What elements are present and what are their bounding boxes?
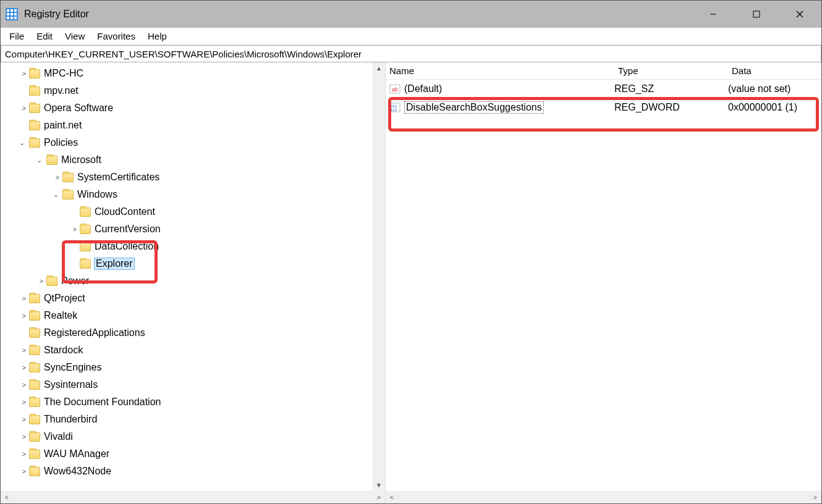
tree-node-realtek[interactable]: >Realtek: [1, 307, 385, 324]
folder-icon: [80, 225, 91, 234]
folder-icon: [29, 294, 40, 303]
list-horizontal-scrollbar[interactable]: < >: [386, 491, 821, 503]
column-header-name[interactable]: Name: [389, 65, 618, 76]
folder-icon: [80, 242, 91, 251]
scroll-right-icon: >: [373, 494, 385, 501]
folder-icon: [62, 173, 74, 182]
folder-icon: [29, 380, 40, 390]
svg-rect-8: [11, 17, 13, 19]
tree-node-wau[interactable]: >WAU MAnager: [1, 445, 385, 463]
tree-node-vivaldi[interactable]: >Vivaldi: [1, 428, 385, 445]
folder-icon: [29, 363, 40, 372]
svg-rect-11: [753, 11, 760, 17]
value-name: DisableSearchBoxSuggestions: [404, 101, 544, 114]
tree-node-systemcertificates[interactable]: >SystemCertificates: [1, 169, 385, 186]
value-type: REG_DWORD: [614, 102, 728, 113]
svg-rect-1: [7, 9, 9, 12]
reg-string-icon: ab: [389, 83, 400, 94]
close-button[interactable]: [778, 1, 821, 28]
tree-node-registeredapplications[interactable]: RegisteredApplications: [1, 324, 385, 342]
minimize-button[interactable]: [692, 1, 735, 28]
tree-node-policies[interactable]: ⌄Policies: [1, 134, 385, 151]
folder-icon: [29, 432, 40, 442]
folder-icon: [46, 277, 57, 286]
registry-tree[interactable]: ▲ ▼ >MPC-HC mpv.net >Opera Software pain…: [1, 62, 385, 491]
folder-icon: [29, 86, 40, 96]
menubar: File Edit View Favorites Help: [1, 28, 821, 45]
svg-rect-9: [14, 17, 17, 19]
value-name: (Default): [404, 83, 442, 94]
column-header-data[interactable]: Data: [732, 65, 821, 76]
tree-node-windows[interactable]: ⌄Windows: [1, 186, 385, 203]
tree-node-qtproject[interactable]: >QtProject: [1, 290, 385, 307]
menu-file[interactable]: File: [3, 30, 30, 43]
value-row-disablesearchboxsuggestions[interactable]: 011110 DisableSearchBoxSuggestions REG_D…: [389, 98, 821, 117]
tree-horizontal-scrollbar[interactable]: < >: [1, 491, 385, 503]
svg-rect-2: [11, 9, 13, 12]
folder-icon: [29, 450, 40, 459]
window-title: Registry Editor: [24, 9, 692, 20]
reg-dword-icon: 011110: [389, 102, 400, 113]
tree-node-power[interactable]: >Power: [1, 272, 385, 290]
tree-node-mpc-hc[interactable]: >MPC-HC: [1, 65, 385, 82]
folder-icon: [29, 121, 40, 130]
tree-node-currentversion[interactable]: >CurrentVersion: [1, 220, 385, 238]
values-list-header: Name Type Data: [386, 62, 821, 80]
folder-icon: [29, 467, 40, 476]
tree-node-syncengines[interactable]: >SyncEngines: [1, 359, 385, 376]
address-text: Computer\HKEY_CURRENT_USER\SOFTWARE\Poli…: [5, 49, 362, 59]
svg-rect-4: [7, 13, 9, 15]
folder-icon: [29, 69, 40, 78]
tree-node-thunderbird[interactable]: >Thunderbird: [1, 411, 385, 428]
svg-rect-6: [14, 13, 17, 15]
tree-node-paintnet[interactable]: paint.net: [1, 117, 385, 134]
value-data: (value not set): [728, 83, 821, 94]
menu-help[interactable]: Help: [142, 30, 173, 43]
folder-icon: [62, 190, 74, 200]
folder-icon: [46, 156, 57, 165]
svg-text:110: 110: [391, 108, 397, 112]
svg-rect-7: [7, 17, 9, 19]
folder-icon: [29, 311, 40, 321]
scroll-left-icon: <: [1, 494, 13, 501]
menu-favorites[interactable]: Favorites: [91, 30, 142, 43]
svg-rect-5: [11, 13, 13, 15]
menu-view[interactable]: View: [59, 30, 91, 43]
scroll-down-icon: ▼: [376, 479, 382, 491]
tree-node-mpvnet[interactable]: mpv.net: [1, 82, 385, 99]
tree-node-opera[interactable]: >Opera Software: [1, 99, 385, 117]
titlebar: Registry Editor: [1, 1, 821, 28]
folder-icon: [29, 415, 40, 424]
tree-node-explorer[interactable]: Explorer: [1, 255, 385, 272]
address-bar[interactable]: Computer\HKEY_CURRENT_USER\SOFTWARE\Poli…: [1, 45, 821, 62]
folder-icon: [29, 138, 40, 148]
maximize-button[interactable]: [735, 1, 778, 28]
tree-node-microsoft[interactable]: ⌄Microsoft: [1, 151, 385, 169]
svg-text:ab: ab: [392, 86, 398, 93]
value-type: REG_SZ: [614, 83, 728, 94]
tree-node-wow6432node[interactable]: >Wow6432Node: [1, 463, 385, 480]
regedit-app-icon: [6, 8, 18, 20]
folder-icon: [29, 104, 40, 113]
folder-icon: [29, 398, 40, 407]
tree-node-datacollection[interactable]: DataCollection: [1, 238, 385, 255]
tree-node-tdf[interactable]: >The Document Foundation: [1, 393, 385, 411]
column-header-type[interactable]: Type: [618, 65, 732, 76]
scroll-left-icon: <: [386, 494, 398, 501]
tree-node-cloudcontent[interactable]: CloudContent: [1, 203, 385, 220]
tree-node-sysinternals[interactable]: >Sysinternals: [1, 376, 385, 393]
folder-icon: [29, 329, 40, 338]
folder-icon: [80, 259, 91, 269]
values-list[interactable]: ab (Default) REG_SZ (value not set) 0111…: [386, 80, 821, 491]
folder-icon: [80, 208, 91, 217]
value-data: 0x00000001 (1): [728, 102, 821, 113]
scroll-right-icon: >: [809, 494, 821, 501]
folder-icon: [29, 346, 40, 355]
tree-node-stardock[interactable]: >Stardock: [1, 342, 385, 359]
value-row-default[interactable]: ab (Default) REG_SZ (value not set): [389, 80, 821, 98]
svg-rect-3: [14, 9, 17, 12]
menu-edit[interactable]: Edit: [30, 30, 59, 43]
